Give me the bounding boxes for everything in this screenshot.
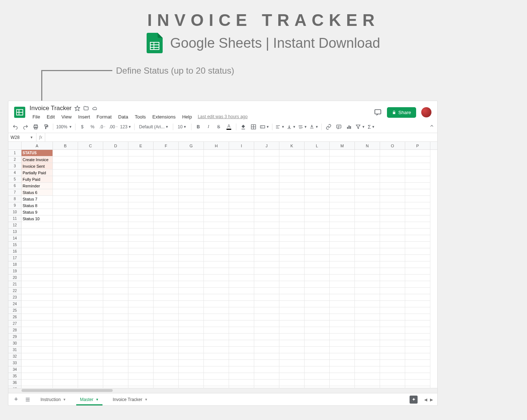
cell[interactable] [229,235,254,242]
row-header[interactable]: 10 [8,209,21,215]
cell[interactable] [154,340,179,347]
cell[interactable] [128,288,154,294]
cell[interactable] [103,229,128,235]
filter-button[interactable]: ▼ [355,122,365,131]
cell[interactable] [355,176,380,183]
cell[interactable] [128,268,154,275]
cell[interactable] [405,183,430,189]
cell[interactable] [204,281,229,288]
cell[interactable] [330,150,355,156]
cell[interactable]: Create Invoice [22,156,53,163]
cell[interactable] [355,373,380,380]
cell[interactable] [254,366,279,373]
cell[interactable] [305,307,330,314]
cell[interactable] [305,222,330,229]
column-header-I[interactable]: I [229,142,254,149]
cell[interactable] [103,301,128,307]
cell[interactable] [405,320,430,327]
cell[interactable] [154,353,179,360]
cell[interactable] [229,360,254,366]
menu-edit[interactable]: Edit [44,113,58,120]
cell[interactable] [380,366,405,373]
cell[interactable] [229,366,254,373]
cell[interactable] [229,242,254,248]
cell[interactable] [179,222,204,229]
cell[interactable] [305,189,330,196]
cell[interactable] [355,202,380,209]
cell[interactable] [53,215,78,222]
font-size-dropdown[interactable]: 10▼ [176,122,188,131]
cell[interactable] [204,196,229,202]
cell[interactable] [405,340,430,347]
cell[interactable] [154,268,179,275]
cell[interactable] [254,275,279,281]
cell[interactable] [355,215,380,222]
cell[interactable] [380,353,405,360]
cell[interactable] [305,235,330,242]
cell[interactable] [405,215,430,222]
cell[interactable] [103,170,128,176]
cell[interactable] [229,189,254,196]
cell[interactable] [53,196,78,202]
column-header-C[interactable]: C [78,142,103,149]
row-header[interactable]: 3 [8,163,21,170]
cell[interactable] [355,380,380,386]
cell[interactable] [355,242,380,248]
cell[interactable] [405,156,430,163]
cell[interactable] [355,235,380,242]
cell[interactable] [405,353,430,360]
cell[interactable] [179,215,204,222]
cell[interactable] [330,176,355,183]
account-avatar[interactable] [421,107,431,117]
cell[interactable] [78,340,103,347]
cell[interactable] [380,380,405,386]
cell[interactable] [279,215,305,222]
cell[interactable] [204,380,229,386]
cell[interactable] [229,176,254,183]
cell[interactable] [53,170,78,176]
text-wrap-button[interactable]: ▼ [298,122,307,131]
cell[interactable] [229,150,254,156]
cell[interactable] [204,314,229,320]
cell[interactable] [204,275,229,281]
cell[interactable] [380,347,405,353]
row-header[interactable]: 26 [8,314,21,320]
cell[interactable] [279,170,305,176]
cell[interactable] [254,215,279,222]
column-header-D[interactable]: D [103,142,128,149]
column-header-F[interactable]: F [154,142,179,149]
cell[interactable]: Invoice Sent [22,163,53,170]
cell[interactable] [380,183,405,189]
cell[interactable] [128,235,154,242]
cell[interactable] [279,261,305,268]
cell[interactable] [103,314,128,320]
cell[interactable] [380,268,405,275]
cell[interactable] [154,360,179,366]
cell[interactable] [179,320,204,327]
cell[interactable] [154,248,179,255]
cell[interactable] [128,366,154,373]
cell[interactable] [279,314,305,320]
row-header[interactable]: 11 [8,215,21,222]
horizontal-scrollbar[interactable] [8,388,437,393]
cell[interactable] [229,373,254,380]
cell[interactable] [204,235,229,242]
cell[interactable] [405,229,430,235]
cell[interactable] [279,183,305,189]
cell[interactable] [128,353,154,360]
cell[interactable] [279,275,305,281]
cell[interactable] [204,248,229,255]
cell[interactable] [330,156,355,163]
cell[interactable] [330,360,355,366]
cell[interactable]: Status 7 [22,196,53,202]
select-all-corner[interactable] [8,142,22,149]
cell[interactable] [330,320,355,327]
column-header-P[interactable]: P [405,142,430,149]
cell[interactable] [103,373,128,380]
menu-tools[interactable]: Tools [132,113,148,120]
cell[interactable] [254,170,279,176]
cell[interactable] [254,353,279,360]
cell[interactable] [22,222,53,229]
cell[interactable] [380,307,405,314]
cell[interactable] [355,229,380,235]
